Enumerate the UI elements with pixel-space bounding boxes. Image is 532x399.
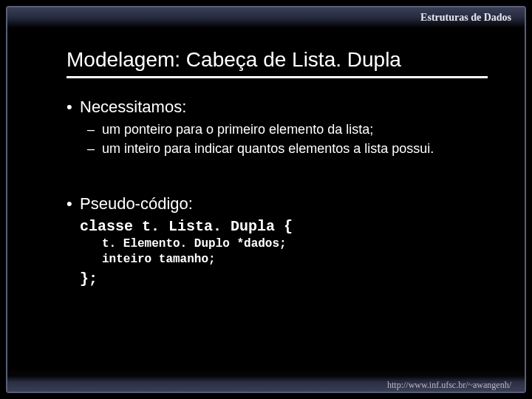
subbullet-inteiro: um inteiro para indicar quantos elemento… (102, 140, 488, 157)
bullet-necessitamos: Necessitamos: (80, 98, 488, 117)
header-band: Estruturas de Dados (7, 7, 525, 28)
slide-frame: Estruturas de Dados Modelagem: Cabeça de… (6, 6, 526, 393)
course-title: Estruturas de Dados (420, 12, 511, 23)
footer-band: http://www.inf.ufsc.br/~awangenh/ (7, 375, 525, 392)
code-line-close: }; (80, 270, 488, 287)
spacer (66, 159, 488, 188)
code-line-dados: t. Elemento. Duplo *dados; (102, 237, 488, 250)
slide-title: Modelagem: Cabeça de Lista. Dupla (66, 48, 488, 78)
footer-url: http://www.inf.ufsc.br/~awangenh/ (387, 380, 511, 390)
subbullet-ponteiro: um ponteiro para o primeiro elemento da … (102, 121, 488, 138)
slide-content: Modelagem: Cabeça de Lista. Dupla Necess… (66, 48, 488, 287)
code-line-open: classe t. Lista. Dupla { (80, 218, 488, 235)
code-line-tamanho: inteiro tamanho; (102, 253, 488, 266)
bullet-pseudo-codigo: Pseudo-código: (80, 194, 488, 214)
